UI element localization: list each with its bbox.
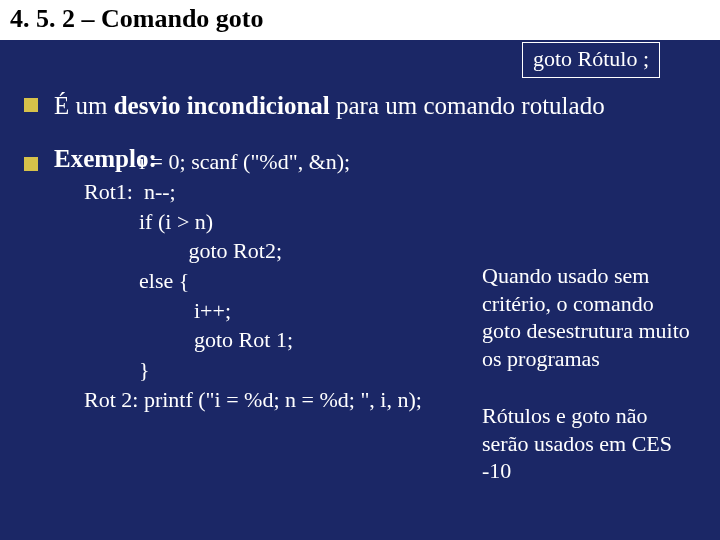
exemplo-label: Exemplo: — [54, 145, 157, 173]
b1-part-b: desvio incondicional — [114, 92, 330, 119]
b1-part-a: É um — [54, 92, 114, 119]
bullet-icon — [24, 157, 38, 171]
bullet-icon — [24, 98, 38, 112]
bullet-item-1: É um desvio incondicional para um comand… — [24, 90, 696, 121]
slide-title: 4. 5. 2 – Comando goto — [0, 0, 720, 40]
code-block: i = 0; scanf ("%d", &n); Rot1: n--; if (… — [54, 147, 422, 414]
b1-part-c: para um comando rotulado — [330, 92, 605, 119]
bullet-text-1: É um desvio incondicional para um comand… — [54, 90, 605, 121]
syntax-box: goto Rótulo ; — [522, 42, 660, 78]
note-1: Quando usado sem critério, o comando got… — [482, 262, 692, 372]
side-notes: Quando usado sem critério, o comando got… — [482, 262, 692, 485]
note-2: Rótulos e goto não serão usados em CES -… — [482, 402, 692, 485]
